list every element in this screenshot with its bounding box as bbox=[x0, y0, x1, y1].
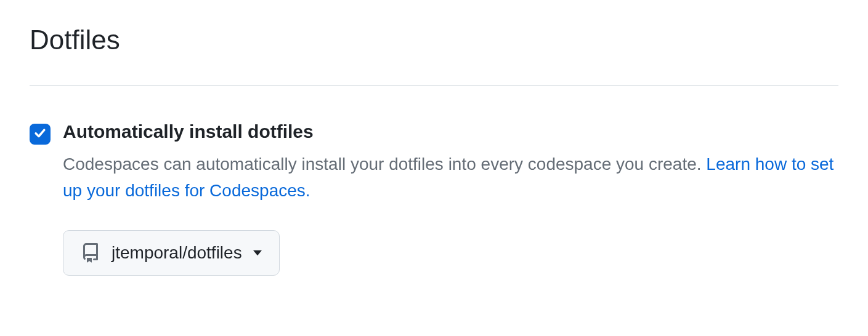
repo-selector-value: jtemporal/dotfiles bbox=[112, 243, 242, 263]
setting-description: Codespaces can automatically install you… bbox=[63, 151, 838, 204]
setting-description-text: Codespaces can automatically install you… bbox=[63, 154, 706, 174]
check-icon bbox=[33, 126, 47, 142]
page-title: Dotfiles bbox=[30, 25, 838, 55]
caret-down-icon bbox=[253, 249, 262, 257]
setting-body: Automatically install dotfiles Codespace… bbox=[63, 121, 838, 276]
auto-install-checkbox[interactable] bbox=[30, 124, 51, 145]
setting-row: Automatically install dotfiles Codespace… bbox=[30, 121, 838, 276]
setting-label: Automatically install dotfiles bbox=[63, 121, 838, 142]
section-divider bbox=[30, 85, 838, 86]
repo-icon bbox=[81, 243, 100, 263]
repo-selector[interactable]: jtemporal/dotfiles bbox=[63, 230, 280, 276]
checkbox-wrap bbox=[30, 121, 51, 145]
